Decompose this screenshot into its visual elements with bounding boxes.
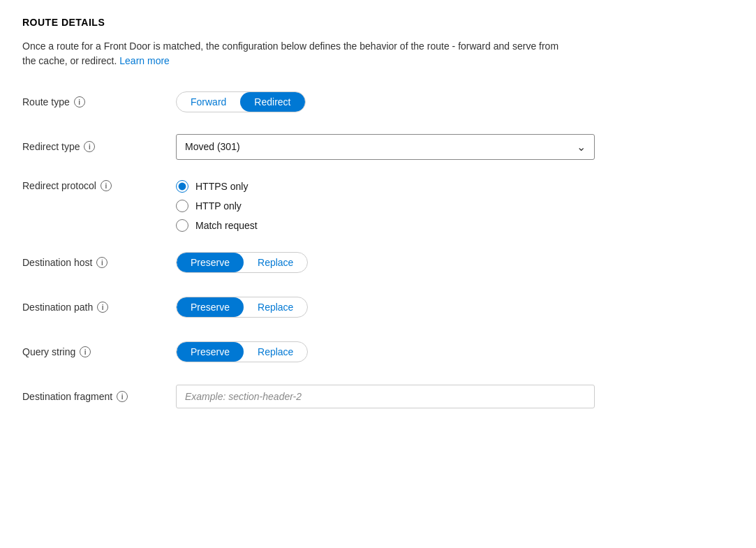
query-string-label: Query string i	[22, 346, 176, 357]
redirect-protocol-control: HTTPS only HTTP only Match request	[176, 180, 734, 232]
redirect-type-control: Moved (301) ⌄	[176, 134, 734, 160]
query-string-toggle-group: Preserve Replace	[176, 341, 308, 362]
query-string-info-icon[interactable]: i	[80, 346, 91, 357]
route-type-forward-btn[interactable]: Forward	[177, 92, 240, 112]
route-type-info-icon[interactable]: i	[74, 96, 85, 108]
redirect-protocol-http-label: HTTP only	[195, 200, 242, 212]
redirect-protocol-https-radio[interactable]	[176, 180, 188, 193]
destination-path-control: Preserve Replace	[176, 297, 734, 318]
destination-path-row: Destination path i Preserve Replace	[22, 293, 734, 321]
page-title: ROUTE DETAILS	[22, 17, 734, 28]
dropdown-chevron-icon: ⌄	[577, 140, 586, 154]
route-type-toggle-group: Forward Redirect	[176, 91, 306, 112]
redirect-protocol-match-label: Match request	[195, 220, 258, 231]
redirect-protocol-match-option[interactable]: Match request	[176, 219, 734, 232]
redirect-type-label: Redirect type i	[22, 141, 176, 152]
description-text: Once a route for a Front Door is matched…	[22, 40, 558, 66]
destination-host-label: Destination host i	[22, 257, 176, 268]
query-string-replace-btn[interactable]: Replace	[244, 342, 307, 362]
destination-host-info-icon[interactable]: i	[96, 257, 108, 268]
query-string-control: Preserve Replace	[176, 341, 734, 362]
destination-fragment-control	[176, 385, 734, 408]
destination-host-control: Preserve Replace	[176, 252, 734, 273]
destination-host-preserve-btn[interactable]: Preserve	[177, 253, 244, 272]
destination-fragment-label: Destination fragment i	[22, 391, 176, 402]
redirect-type-info-icon[interactable]: i	[84, 141, 95, 152]
destination-host-replace-btn[interactable]: Replace	[244, 253, 307, 272]
destination-path-label: Destination path i	[22, 302, 176, 313]
redirect-protocol-info-icon[interactable]: i	[101, 180, 112, 191]
redirect-type-dropdown[interactable]: Moved (301) ⌄	[176, 134, 595, 160]
destination-fragment-info-icon[interactable]: i	[117, 391, 128, 402]
redirect-type-value: Moved (301)	[185, 141, 240, 152]
learn-more-link[interactable]: Learn more	[119, 55, 170, 66]
redirect-protocol-row: Redirect protocol i HTTPS only HTTP only…	[22, 177, 734, 232]
redirect-protocol-label: Redirect protocol i	[22, 180, 176, 191]
destination-path-replace-btn[interactable]: Replace	[244, 297, 307, 317]
redirect-protocol-http-option[interactable]: HTTP only	[176, 200, 734, 212]
page-description: Once a route for a Front Door is matched…	[22, 39, 567, 68]
redirect-protocol-radio-group: HTTPS only HTTP only Match request	[176, 180, 734, 232]
query-string-row: Query string i Preserve Replace	[22, 338, 734, 366]
query-string-preserve-btn[interactable]: Preserve	[177, 342, 244, 362]
destination-path-info-icon[interactable]: i	[97, 302, 108, 313]
redirect-protocol-http-radio[interactable]	[176, 200, 188, 212]
destination-path-preserve-btn[interactable]: Preserve	[177, 297, 244, 317]
destination-host-row: Destination host i Preserve Replace	[22, 249, 734, 276]
redirect-protocol-match-radio[interactable]	[176, 219, 188, 232]
redirect-type-row: Redirect type i Moved (301) ⌄	[22, 133, 734, 161]
route-type-control: Forward Redirect	[176, 91, 734, 112]
redirect-protocol-https-label: HTTPS only	[195, 181, 248, 192]
destination-fragment-input[interactable]	[176, 385, 595, 408]
route-type-row: Route type i Forward Redirect	[22, 88, 734, 116]
destination-path-toggle-group: Preserve Replace	[176, 297, 308, 318]
redirect-protocol-https-option[interactable]: HTTPS only	[176, 180, 734, 193]
destination-fragment-row: Destination fragment i	[22, 383, 734, 410]
route-type-label: Route type i	[22, 96, 176, 108]
route-type-redirect-btn[interactable]: Redirect	[240, 92, 304, 112]
destination-host-toggle-group: Preserve Replace	[176, 252, 308, 273]
